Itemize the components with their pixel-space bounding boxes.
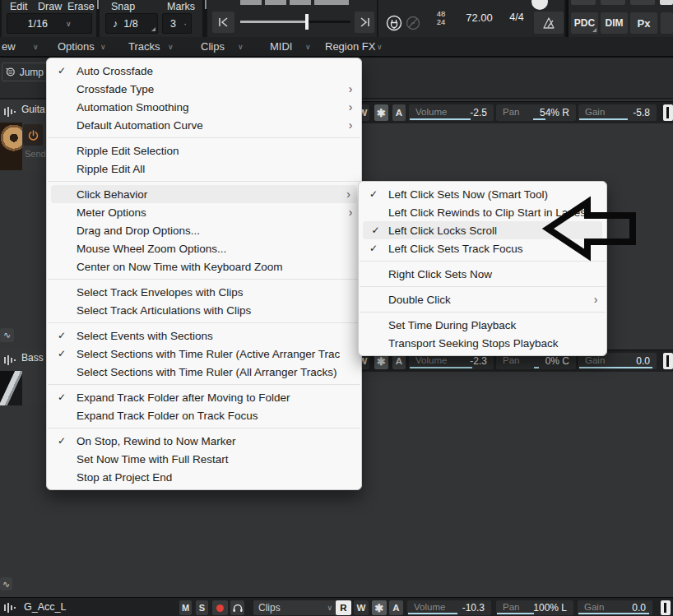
menu-item-center-on-now-time[interactable]: Center on Now Time with Keyboard Zoom [47, 257, 361, 276]
menu-item-left-click-locks-scroll[interactable]: ✓ Left Click Locks Scroll [363, 221, 602, 239]
menu-item-left-click-rewinds[interactable]: Left Click Rewinds to Clip Start in Lane… [359, 203, 606, 221]
menu-item-on-stop-rewind[interactable]: ✓ On Stop, Rewind to Now Marker [47, 432, 361, 450]
phase-invert-button[interactable] [661, 600, 671, 615]
auto-button[interactable]: A [392, 104, 406, 121]
active-button-partial[interactable] [660, 0, 673, 5]
record-arm-button[interactable] [212, 600, 228, 615]
phase-invert-button[interactable] [663, 353, 673, 369]
read-automation-button[interactable]: R [336, 600, 351, 615]
pan-field[interactable]: Pan 54% R [496, 104, 576, 121]
menu-item-stop-at-project-end[interactable]: Stop at Project End [47, 468, 361, 486]
menu-item-click-behavior[interactable]: Click Behavior › [51, 185, 357, 203]
track-name[interactable]: G_Acc_L [24, 601, 66, 613]
automation-curve-button[interactable]: ∿ [0, 328, 14, 342]
menu-item-drag-and-drop-options[interactable]: Drag and Drop Options... [47, 221, 361, 239]
menu-item-expand-folder-after-moving[interactable]: ✓ Expand Track Folder after Moving to Fo… [47, 388, 361, 406]
slider-thumb[interactable] [305, 14, 309, 30]
menu-item-left-click-sets-track-focus[interactable]: ✓ Left Click Sets Track Focus [359, 239, 606, 257]
pdc-button[interactable]: PDC [571, 12, 598, 34]
write-automation-button[interactable]: W [354, 600, 369, 615]
grid-value-dropdown[interactable]: 1/16 ∨ [7, 13, 92, 34]
snap-value-dropdown[interactable]: ♪ 1/8 [105, 13, 158, 34]
time-signature-display[interactable]: 4/4 [502, 12, 531, 25]
options-menu: ✓ Auto Crossfade Crossfade Type › Automa… [46, 58, 362, 490]
menu-item-crossfade-type[interactable]: Crossfade Type › [47, 80, 361, 98]
track-header-guitar[interactable]: Guita Send [0, 100, 47, 170]
menu-tracks[interactable]: Tracks [128, 40, 160, 53]
monitor-button[interactable] [230, 600, 244, 615]
menu-item-default-automation-curve[interactable]: Default Automation Curve › [47, 116, 361, 134]
pan-value: 100% L [533, 602, 567, 614]
menu-region-fx[interactable]: Region FX [325, 40, 375, 53]
gain-field[interactable]: Gain 0.0 [578, 600, 652, 615]
menu-item-left-click-sets-now[interactable]: ✓ Left Click Sets Now (Smart Tool) [359, 185, 606, 203]
menu-item-ripple-edit-all[interactable]: Ripple Edit All [47, 160, 361, 178]
menu-item-select-events-with-sections[interactable]: ✓ Select Events with Sections [47, 327, 361, 345]
menu-item-select-track-envelopes[interactable]: Select Track Envelopes with Clips [47, 283, 361, 301]
track-mode-dropdown[interactable]: Clips ∨ [253, 600, 337, 615]
draw-tool-button[interactable]: Draw [38, 1, 62, 12]
go-to-end-button[interactable] [355, 12, 374, 33]
dim-button[interactable]: DIM [601, 12, 628, 34]
track-header-bass[interactable]: Bass [0, 348, 47, 405]
plug-icon[interactable] [385, 14, 403, 35]
slashed-circle-icon[interactable] [406, 16, 420, 34]
mute-button[interactable]: M [179, 600, 192, 615]
menu-item-expand-folder-on-focus[interactable]: Expand Track Folder on Track Focus [47, 406, 361, 424]
menu-item-label: Mouse Wheel Zoom Options... [77, 243, 340, 255]
position-slider[interactable] [240, 21, 350, 23]
track-name[interactable]: Bass [21, 352, 44, 364]
menu-item-select-sections-active-arranger[interactable]: ✓ Select Sections with Time Ruler (Activ… [47, 345, 361, 363]
divider [97, 0, 99, 9]
menu-separator [48, 322, 360, 323]
go-to-start-button[interactable] [212, 12, 234, 33]
volume-field[interactable]: Volume -2.5 [409, 104, 494, 121]
track-name[interactable]: Guita [21, 104, 45, 115]
jump-button[interactable]: Jump [2, 63, 48, 81]
solo-button[interactable]: S [196, 600, 208, 615]
menu-clips[interactable]: Clips [201, 40, 225, 53]
phase-invert-button[interactable] [663, 104, 673, 121]
power-button[interactable] [23, 124, 43, 146]
volume-field[interactable]: Volume -10.3 [407, 600, 491, 615]
fx-button[interactable]: FX [571, 0, 596, 5]
listen-button[interactable]: ∨ [630, 0, 655, 5]
menu-item-meter-options[interactable]: Meter Options › [47, 203, 361, 221]
solo-bracket-button[interactable]: [S] [601, 0, 625, 5]
automation-curve-button[interactable]: ∿ [0, 577, 12, 591]
edit-tool-button[interactable]: Edit [10, 1, 28, 12]
snap-count-box[interactable]: 3 · [162, 13, 192, 34]
volume-label: Volume [415, 355, 447, 365]
menu-item-label: Set Time During Playback [388, 319, 585, 331]
volume-meter [410, 367, 472, 368]
star-automation-button[interactable]: ✱ [374, 104, 388, 121]
menu-item-select-sections-all-arranger[interactable]: Select Sections with Time Ruler (All Arr… [47, 363, 361, 381]
menu-item-mouse-wheel-zoom-options[interactable]: Mouse Wheel Zoom Options... [47, 239, 361, 257]
sample-rate-display[interactable]: 48 24 [431, 10, 451, 26]
menu-item-select-track-articulations[interactable]: Select Track Articulations with Clips [47, 301, 361, 319]
star-automation-button[interactable]: ✱ [372, 600, 387, 615]
menu-separator [48, 181, 360, 182]
menu-view[interactable]: ew [2, 40, 16, 53]
menu-item-right-click-sets-now[interactable]: Right Click Sets Now [359, 265, 606, 283]
gain-field[interactable]: Gain -5.8 [578, 104, 657, 121]
erase-tool-button[interactable]: Erase [67, 1, 95, 12]
menu-item-double-click[interactable]: Double Click › [359, 290, 606, 308]
menu-item-auto-crossfade[interactable]: ✓ Auto Crossfade [47, 62, 361, 80]
menu-options[interactable]: Options [58, 40, 95, 53]
menu-item-transport-seeking-stops-playback[interactable]: Transport Seeking Stops Playback [359, 334, 606, 352]
partial-button[interactable] [661, 12, 673, 34]
menu-item-ripple-edit-selection[interactable]: Ripple Edit Selection [47, 141, 361, 160]
auto-button[interactable]: A [389, 600, 403, 615]
metronome-button[interactable] [534, 12, 564, 34]
px-button[interactable]: Px [630, 12, 657, 34]
monitor-group: FX [S] ∨ PDC DIM Px [569, 0, 673, 37]
menu-item-set-time-during-playback[interactable]: Set Time During Playback [359, 316, 606, 334]
menu-item-automation-smoothing[interactable]: Automation Smoothing › [47, 98, 361, 116]
tempo-display[interactable]: 72.00 [457, 12, 502, 25]
menu-midi[interactable]: MIDI [270, 40, 292, 53]
send-label[interactable]: Send [25, 149, 46, 159]
pan-field[interactable]: Pan 100% L [496, 600, 573, 615]
menu-item-set-now-time-full-restart[interactable]: Set Now Time with Full Restart [47, 450, 361, 468]
menu-item-label: Ripple Edit All [77, 163, 340, 175]
